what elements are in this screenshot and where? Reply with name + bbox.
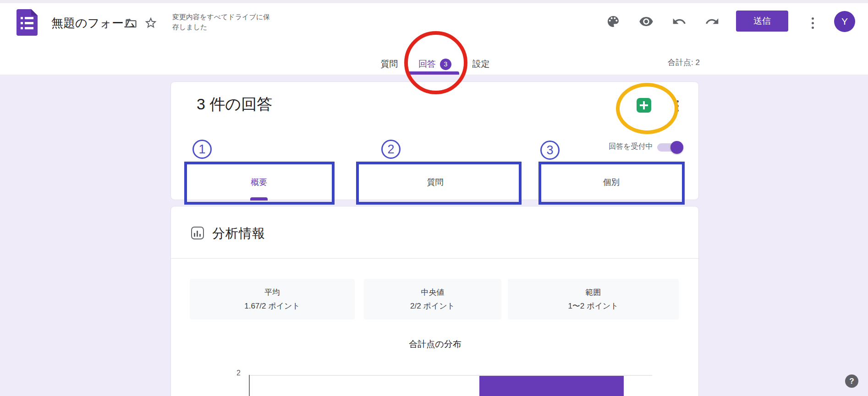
tab-questions[interactable]: 質問 [372, 54, 407, 74]
stat-median-label: 中央値 [421, 287, 445, 298]
responses-subtab-row: 概要 質問 個別 [171, 163, 699, 201]
save-status-text[interactable]: 変更内容をすべてドライブに保存しました [172, 12, 272, 32]
form-title[interactable]: 無題のフォーム [51, 15, 136, 31]
send-button[interactable]: 送信 [736, 11, 788, 32]
total-points-label: 合計点: 2 [645, 57, 700, 68]
annotation-number-3: 3 [540, 141, 560, 160]
bar-chart-icon [191, 227, 204, 239]
stat-median: 中央値 2/2 ポイント [364, 279, 501, 320]
stat-median-value: 2/2 ポイント [410, 301, 455, 311]
responses-count-badge: 3 [440, 59, 451, 70]
annotation-number-1: 1 [192, 140, 212, 159]
forms-logo-icon[interactable] [16, 9, 38, 36]
top-edge-strip [0, 0, 868, 3]
stat-range-label: 範囲 [586, 287, 601, 298]
stat-average-value: 1.67/2 ポイント [244, 301, 300, 311]
chart-bar-score-2 [479, 376, 624, 396]
redo-icon[interactable] [705, 14, 720, 29]
star-icon[interactable] [144, 16, 158, 30]
chart-y-axis [249, 375, 250, 396]
chart-y-tick-2: 2 [227, 369, 241, 377]
annotation-number-2: 2 [381, 140, 401, 159]
help-button[interactable]: ? [845, 374, 858, 388]
stat-range: 範囲 1〜2 ポイント [508, 279, 679, 320]
selected-subtab-indicator [250, 197, 268, 201]
subtab-question[interactable]: 質問 [347, 163, 523, 201]
header-more-menu-icon[interactable] [809, 17, 816, 29]
accepting-responses-toggle[interactable] [657, 143, 682, 152]
account-avatar[interactable]: Y [834, 11, 855, 32]
sheets-icon[interactable] [637, 98, 651, 113]
stat-average: 平均 1.67/2 ポイント [190, 279, 355, 320]
stat-average-label: 平均 [264, 287, 280, 298]
forms-logo-lines [21, 17, 33, 29]
tab-settings[interactable]: 設定 [464, 54, 498, 74]
responses-card: 3 件の回答 回答を受付中 概要 質問 個別 [170, 81, 699, 200]
preview-eye-icon[interactable] [639, 14, 654, 29]
accepting-responses-label: 回答を受付中 [609, 142, 653, 152]
selected-tab-indicator [408, 71, 459, 75]
subtab-summary[interactable]: 概要 [171, 163, 347, 201]
stat-range-value: 1〜2 ポイント [568, 301, 618, 311]
move-folder-icon[interactable] [125, 17, 137, 30]
responses-count-title: 3 件の回答 [197, 94, 272, 115]
responses-more-menu-icon[interactable] [674, 100, 681, 112]
insights-title: 分析情報 [212, 225, 265, 242]
toggle-knob [670, 141, 683, 154]
subtab-individual[interactable]: 個別 [523, 163, 699, 201]
chart-title: 合計点の分布 [171, 338, 699, 350]
undo-icon[interactable] [672, 14, 687, 29]
tab-responses-label: 回答 [418, 58, 436, 70]
theme-palette-icon[interactable] [606, 14, 621, 29]
insights-card: 分析情報 平均 1.67/2 ポイント 中央値 2/2 ポイント 範囲 1〜2 … [170, 206, 699, 396]
google-forms-page: 無題のフォーム 変更内容をすべてドライブに保存しました 送信 Y 質問 回答 3… [0, 0, 868, 396]
